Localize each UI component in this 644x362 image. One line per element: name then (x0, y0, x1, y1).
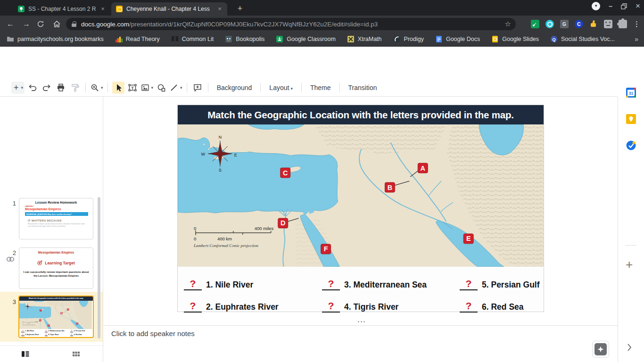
forward-icon[interactable]: → (21, 20, 32, 28)
home-icon[interactable] (53, 20, 64, 28)
zoom-icon[interactable]: ▾ (90, 82, 103, 94)
google-calendar-icon[interactable]: 31 (626, 88, 636, 98)
chrome-menu-icon[interactable]: ⋮ (633, 20, 640, 28)
marker-c[interactable]: C (281, 168, 290, 178)
c-extension-icon[interactable]: C (575, 20, 583, 28)
bookmarks-overflow-icon[interactable]: » (635, 35, 638, 43)
filmstrip-view-icon[interactable] (21, 350, 29, 358)
puzzle-extensions-icon[interactable] (619, 20, 627, 28)
url-omnibox[interactable]: docs.google.com/presentation/d/1krQlfZup… (66, 18, 516, 30)
screencast-extension-icon[interactable] (531, 20, 539, 28)
print-icon[interactable] (55, 82, 67, 94)
reload-icon[interactable] (37, 20, 48, 28)
minimize-button[interactable]: – (609, 3, 612, 9)
bookmark-star-icon[interactable]: ☆ (505, 20, 511, 28)
google-tasks-icon[interactable] (626, 140, 636, 150)
marker-b[interactable]: B (60, 312, 62, 314)
speaker-notes-input[interactable]: Click to add speaker notes (111, 329, 195, 337)
insert-image-icon[interactable]: ▾ (140, 82, 154, 94)
svg-text:S: S (219, 168, 222, 173)
line-dropdown[interactable]: ▾ (180, 85, 182, 90)
filmstrip-scrollbar[interactable] (98, 197, 100, 338)
select-tool-icon[interactable] (112, 82, 124, 94)
marker-d[interactable]: D (278, 218, 288, 228)
hand-extension-icon[interactable] (589, 20, 598, 28)
edit-toolbar: + ▾ ▾ T ▾ (0, 79, 644, 97)
new-slide-button[interactable]: + ▾ (11, 82, 25, 94)
g-extension-icon[interactable]: G (560, 20, 569, 28)
transition-button[interactable]: Transition (343, 84, 382, 91)
marker-a[interactable]: A (67, 308, 69, 310)
answer-blank: ? (184, 278, 202, 290)
answer-blank: ? (184, 300, 202, 313)
theme-button[interactable]: Theme (305, 84, 336, 91)
marker-a[interactable]: A (418, 163, 428, 173)
secure-lock-icon[interactable] (72, 21, 76, 27)
paint-format-icon[interactable] (69, 82, 81, 94)
background-button[interactable]: Background (212, 84, 257, 91)
answer-blank: ? (460, 278, 478, 290)
marker-e[interactable]: E (76, 322, 78, 324)
slide-thumbnail-1[interactable]: Lesson Review Homework LESSON 2 Mesopota… (19, 198, 93, 239)
hide-side-panel-icon[interactable] (627, 343, 632, 352)
bookmark-read-theory[interactable]: Read Theory (115, 35, 160, 43)
insert-comment-icon[interactable] (191, 82, 204, 94)
tab-close-icon[interactable]: × (216, 5, 223, 13)
redo-icon[interactable] (41, 82, 53, 94)
bookmark-bookopolis[interactable]: Bookopolis (225, 35, 264, 43)
svg-text:B: B (388, 184, 392, 191)
link-icon (6, 256, 15, 263)
bookmark-xtramath[interactable]: XtraMath (347, 35, 382, 43)
robot-extension-icon[interactable] (604, 20, 612, 28)
marker-f[interactable]: F (321, 244, 331, 254)
marker-e[interactable]: E (463, 234, 473, 244)
slide-thumbnail-2[interactable]: Mesopotamian Empires Learning Target I c… (19, 247, 93, 289)
google-keep-icon[interactable] (626, 114, 636, 124)
back-icon[interactable]: ← (5, 20, 16, 28)
bookmark-common-lit[interactable]: Common Lit (171, 35, 214, 43)
marker-d[interactable]: D (39, 320, 41, 321)
add-addon-button[interactable]: + (626, 257, 633, 272)
marker-f[interactable]: F (48, 324, 50, 326)
bookmark-prodigy[interactable]: Prodigy (393, 35, 424, 43)
grid-view-icon[interactable] (72, 350, 80, 358)
tab-close-icon[interactable]: × (99, 5, 107, 13)
map-image[interactable]: N S W E 0 400 miles 0 400 km Lambert Con… (19, 301, 92, 329)
bookmark-google-classroom[interactable]: Google Classroom (276, 35, 336, 43)
layout-button[interactable]: Layout▾ (264, 84, 298, 91)
slide-title-banner[interactable]: Match the Geographic Location with the l… (178, 105, 544, 124)
marker-c[interactable]: C (40, 309, 41, 311)
teal-extension-icon[interactable] (545, 20, 554, 28)
marker-b[interactable]: B (385, 182, 395, 192)
browser-profile-icon[interactable]: ▾ (592, 2, 600, 10)
toolbar-separator (301, 83, 302, 92)
notes-splitter-handle[interactable] (358, 321, 365, 322)
new-tab-button[interactable]: + (234, 3, 246, 15)
tab-classroom[interactable]: SS - Chapter 4 Lesson 2 Review H × (13, 2, 110, 16)
tab-slides-current[interactable]: Cheyenne Knall - Chapter 4 Less × (111, 2, 227, 16)
text-box-icon[interactable]: T (126, 82, 139, 94)
close-button[interactable]: × (636, 3, 640, 9)
svg-text:C: C (40, 309, 41, 311)
zoom-dropdown[interactable]: ▾ (101, 85, 103, 90)
matching-questions[interactable]: ? 1. Nile River ? 3. Mediterranean Sea ?… (178, 267, 544, 312)
image-dropdown[interactable]: ▾ (151, 85, 154, 90)
map-image[interactable]: N S W E 0 400 miles 0 400 km Lambert Con… (178, 124, 544, 267)
bookmark-folder[interactable]: parmacityschools.org bookmarks (7, 35, 104, 43)
slide-thumbnail-3-selected[interactable]: Match the Geographic Location with the l… (18, 296, 94, 338)
svg-text:N: N (219, 135, 222, 140)
new-slide-dropdown[interactable]: ▾ (21, 85, 24, 90)
bookmark-google-docs[interactable]: Google Docs (435, 35, 480, 43)
svg-text:400 miles: 400 miles (255, 226, 274, 231)
target-icon (37, 260, 42, 265)
explore-button[interactable] (592, 341, 609, 358)
insert-line-icon[interactable]: ▾ (169, 82, 182, 94)
restore-button[interactable] (621, 3, 627, 9)
bookmark-google-slides[interactable]: Google Slides (491, 35, 539, 43)
side-panel: 31 + (618, 79, 644, 362)
answer-blank: ? (460, 300, 478, 313)
undo-icon[interactable] (26, 82, 39, 94)
insert-shape-icon[interactable] (155, 82, 167, 94)
current-slide[interactable]: Match the Geographic Location with the l… (177, 105, 544, 312)
bookmark-social-studies-voc[interactable]: Q Social Studies Voc... (550, 35, 615, 43)
